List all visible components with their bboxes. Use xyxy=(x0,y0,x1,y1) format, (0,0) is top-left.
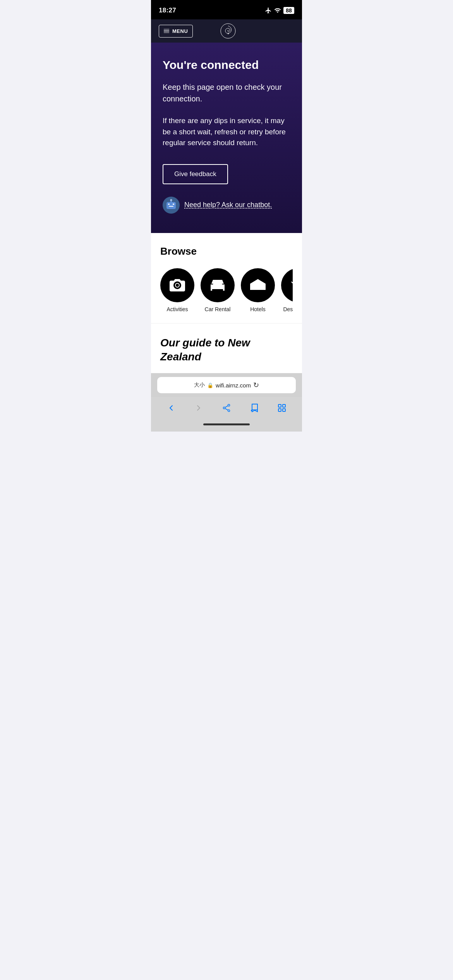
url-text: wifi.airnz.com xyxy=(216,382,251,389)
hotel-icon xyxy=(249,276,267,295)
svg-text:✈: ✈ xyxy=(227,33,229,35)
back-button[interactable] xyxy=(163,400,179,416)
reload-button[interactable]: ↻ xyxy=(253,381,259,389)
status-icons: 88 xyxy=(265,7,294,14)
browser-toolbar xyxy=(151,397,302,420)
chatbot-link[interactable]: Need help? Ask our chatbot. xyxy=(163,197,290,214)
chatbot-avatar xyxy=(163,197,180,214)
tabs-icon xyxy=(277,403,287,413)
activities-label: Activities xyxy=(166,306,188,312)
svg-rect-4 xyxy=(173,204,174,205)
chatbot-text: Need help? Ask our chatbot. xyxy=(184,201,272,209)
car-icon xyxy=(208,276,227,295)
svg-rect-20 xyxy=(278,409,281,411)
home-bar xyxy=(203,423,250,425)
browse-item-hotels[interactable]: Hotels xyxy=(241,268,275,312)
url-bar[interactable]: 大小 🔒 wifi.airnz.com ↻ xyxy=(157,377,296,393)
activities-icon-circle xyxy=(160,268,194,302)
back-icon xyxy=(166,403,176,413)
svg-point-7 xyxy=(170,199,172,201)
text-size-control[interactable]: 大小 xyxy=(194,382,205,389)
nav-bar: MENU ✈ xyxy=(151,19,302,43)
airnz-logo: ✈ xyxy=(220,23,236,39)
svg-rect-17 xyxy=(278,404,281,407)
chatbot-icon xyxy=(165,199,177,211)
palm-icon xyxy=(289,276,293,295)
svg-rect-3 xyxy=(168,204,170,205)
hero-body: Keep this page open to check your connec… xyxy=(163,81,290,105)
svg-point-15 xyxy=(223,407,225,409)
airplane-icon xyxy=(265,7,272,14)
bookmarks-icon xyxy=(250,403,259,413)
svg-point-16 xyxy=(228,410,230,412)
svg-point-14 xyxy=(228,404,230,406)
hero-title: You're connected xyxy=(163,58,290,72)
svg-rect-11 xyxy=(252,287,256,289)
menu-button[interactable]: MENU xyxy=(159,25,193,38)
svg-rect-8 xyxy=(211,284,225,289)
browse-item-destinations[interactable]: Destinations xyxy=(281,268,293,312)
car-rental-label: Car Rental xyxy=(205,306,231,312)
logo-container: ✈ xyxy=(220,23,236,39)
wifi-icon xyxy=(274,7,281,14)
browser-address-bar: 大小 🔒 wifi.airnz.com ↻ xyxy=(151,373,302,397)
home-indicator xyxy=(151,420,302,432)
svg-rect-12 xyxy=(260,287,263,289)
hero-note: If there are any dips in service, it may… xyxy=(163,115,290,149)
battery-icon: 88 xyxy=(283,7,294,14)
browse-item-activities[interactable]: Activities xyxy=(160,268,194,312)
svg-rect-18 xyxy=(283,404,285,407)
share-icon xyxy=(222,403,231,413)
svg-rect-2 xyxy=(166,202,176,209)
hotels-label: Hotels xyxy=(250,306,266,312)
browse-grid: Activities Car Rental xyxy=(160,268,293,314)
hotels-icon-circle xyxy=(241,268,275,302)
status-time: 18:27 xyxy=(159,7,176,14)
browse-section: Browse Activities Car Rental xyxy=(151,233,302,323)
forward-icon xyxy=(194,403,203,413)
hamburger-icon xyxy=(164,29,169,33)
guide-section: Our guide to New Zealand xyxy=(151,323,302,373)
browse-item-car-rental[interactable]: Car Rental xyxy=(201,268,235,312)
car-rental-icon-circle xyxy=(201,268,235,302)
menu-label: MENU xyxy=(172,28,188,34)
forward-button[interactable] xyxy=(191,400,206,416)
destinations-label: Destinations xyxy=(283,306,293,312)
tabs-button[interactable] xyxy=(274,400,290,416)
feedback-button[interactable]: Give feedback xyxy=(163,164,228,184)
svg-rect-5 xyxy=(169,206,173,207)
camera-icon xyxy=(168,276,187,295)
destinations-icon-circle xyxy=(281,268,293,302)
status-bar: 18:27 88 xyxy=(151,0,302,19)
hero-section: You're connected Keep this page open to … xyxy=(151,43,302,233)
svg-point-0 xyxy=(221,24,235,38)
bookmarks-button[interactable] xyxy=(247,400,262,416)
svg-rect-19 xyxy=(283,409,285,411)
lock-icon: 🔒 xyxy=(207,382,213,388)
browse-title: Browse xyxy=(160,245,293,257)
guide-title: Our guide to New Zealand xyxy=(160,336,293,364)
share-button[interactable] xyxy=(219,400,234,416)
